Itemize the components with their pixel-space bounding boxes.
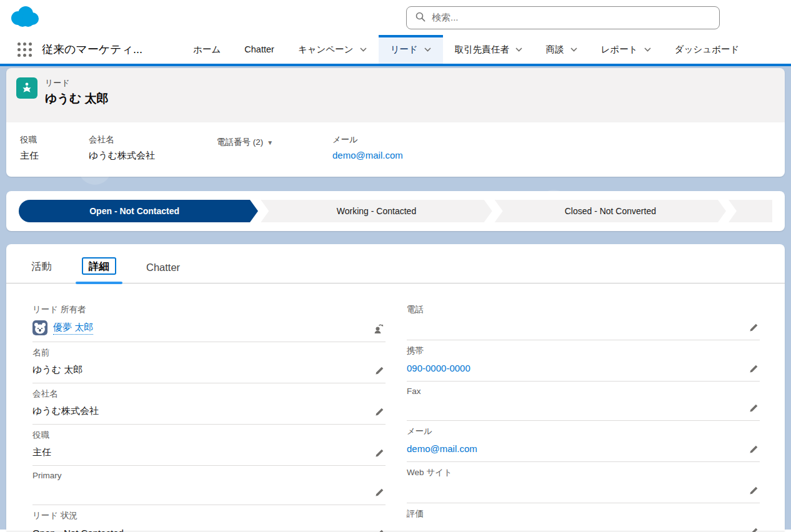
edit-name-button[interactable] — [375, 366, 384, 377]
owner-link[interactable]: 優夢 太郎 — [53, 322, 93, 335]
field-row-phone: 電話 — [407, 299, 760, 340]
tab-label: 活動 — [31, 260, 52, 272]
tab-chatter[interactable]: Chatter — [131, 262, 195, 283]
edit-pencil-icon — [749, 403, 759, 413]
field-label: 名前 — [32, 347, 386, 358]
edit-pencil-icon — [749, 445, 759, 454]
field-label: 評価 — [407, 508, 760, 520]
record-detail-card: 活動 詳細 Chatter リード 所有者 — [6, 244, 785, 531]
field-value: 主任 — [32, 446, 386, 459]
record-title: ゆうむ 太郎 — [45, 91, 109, 107]
global-search-input[interactable]: 検索... — [406, 6, 720, 29]
nav-tab-home[interactable]: ホーム — [181, 35, 232, 64]
edit-title-button[interactable] — [375, 448, 384, 460]
field-row-rating: 評価 — [407, 503, 760, 532]
sales-path: Open - Not Contacted Working - Contacted… — [19, 200, 772, 222]
change-owner-icon — [373, 323, 384, 334]
edit-company-button[interactable] — [375, 407, 384, 418]
edit-mobile-button[interactable] — [749, 364, 759, 375]
edit-rating-button[interactable] — [749, 527, 759, 532]
highlight-field-company: 会社名 ゆうむ株式会社 — [89, 134, 217, 162]
field-row-company: 会社名 ゆうむ株式会社 — [32, 383, 386, 425]
field-label: Web サイト — [407, 467, 760, 478]
nav-tab-leads[interactable]: リード — [379, 35, 443, 64]
field-label: リード 所有者 — [32, 304, 386, 315]
search-icon — [415, 12, 425, 24]
field-value: 主任 — [20, 150, 76, 162]
edit-lead-status-button[interactable] — [375, 529, 384, 532]
tab-activity[interactable]: 活動 — [16, 260, 67, 283]
edit-fax-button[interactable] — [749, 403, 759, 415]
mobile-link[interactable]: 090-0000-0000 — [407, 363, 470, 373]
chevron-down-icon[interactable] — [515, 47, 522, 52]
nav-tab-reports[interactable]: レポート — [589, 35, 663, 64]
field-value — [407, 525, 760, 532]
field-label: 会社名 — [89, 134, 204, 145]
app-name[interactable]: 従来のマーケティ... — [42, 42, 142, 57]
email-link[interactable]: demo@mail.com — [407, 443, 477, 454]
nav-tab-contacts[interactable]: 取引先責任者 — [443, 35, 534, 64]
email-link[interactable]: demo@mail.com — [332, 150, 403, 160]
record-tabs: 活動 詳細 Chatter — [6, 244, 785, 283]
dropdown-arrow-icon[interactable]: ▼ — [267, 139, 273, 146]
chevron-down-icon[interactable] — [644, 47, 651, 52]
detail-field-grid: リード 所有者 優夢 太郎 — [6, 283, 785, 532]
field-value — [407, 401, 760, 414]
edit-email-button[interactable] — [749, 445, 759, 456]
app-nav-bar: 従来のマーケティ... ホーム Chatter キャンペーン リード 取引先責任… — [0, 35, 791, 66]
edit-pencil-icon — [375, 366, 384, 375]
field-row-name: 名前 ゆうむ 太郎 — [32, 342, 386, 383]
sales-path-card: Open - Not Contacted Working - Contacted… — [6, 191, 785, 231]
edit-pencil-icon — [749, 323, 759, 332]
field-row-lead-status: リード 状況 Open - Not Contacted — [32, 505, 386, 532]
edit-pencil-icon — [749, 486, 759, 495]
field-row-mobile: 携帯 090-0000-0000 — [407, 340, 760, 382]
highlight-field-phone-dropdown[interactable]: 電話番号 (2) ▼ — [217, 134, 332, 162]
nav-tab-chatter[interactable]: Chatter — [232, 35, 286, 64]
highlights-panel: 役職 主任 会社名 ゆうむ株式会社 電話番号 (2) ▼ メール demo@ma… — [6, 122, 785, 177]
edit-pencil-icon — [749, 527, 759, 532]
chevron-down-icon[interactable] — [424, 47, 431, 52]
nav-tab-dashboards[interactable]: ダッシュボード — [663, 35, 752, 64]
path-stage-open-not-contacted[interactable]: Open - Not Contacted — [19, 200, 250, 222]
field-label: 携帯 — [407, 345, 760, 357]
nav-tab-label: リード — [391, 44, 418, 56]
search-placeholder: 検索... — [432, 12, 459, 24]
field-row-primary: Primary — [32, 466, 386, 505]
nav-tab-opportunities[interactable]: 商談 — [534, 35, 589, 64]
detail-column-right: 電話 携帯 090-0000-0000 — [407, 299, 760, 532]
edit-primary-button[interactable] — [375, 488, 384, 499]
nav-tab-campaigns[interactable]: キャンペーン — [286, 35, 379, 64]
path-stage-partial[interactable] — [729, 200, 772, 222]
edit-pencil-icon — [375, 448, 384, 458]
record-header: リード ゆうむ 太郎 — [6, 68, 785, 122]
highlight-field-title: 役職 主任 — [20, 134, 89, 162]
field-label: 役職 — [20, 134, 76, 145]
edit-phone-button[interactable] — [749, 323, 759, 334]
nav-tab-label: 商談 — [546, 44, 564, 56]
salesforce-logo-icon — [9, 5, 41, 31]
tab-label: 詳細 — [82, 257, 116, 275]
field-row-title: 役職 主任 — [32, 425, 386, 466]
edit-website-button[interactable] — [749, 486, 759, 497]
field-row-fax: Fax — [407, 382, 760, 421]
app-launcher-icon[interactable] — [17, 42, 32, 57]
path-stage-closed-not-converted[interactable]: Closed - Not Converted — [495, 200, 726, 222]
chevron-down-icon[interactable] — [570, 47, 577, 52]
lead-entity-icon — [16, 77, 37, 99]
chevron-down-icon[interactable] — [360, 47, 367, 52]
field-value — [32, 485, 386, 498]
path-stage-label: Closed - Not Converted — [565, 206, 656, 216]
tab-details[interactable]: 詳細 — [67, 260, 131, 283]
field-value: ゆうむ株式会社 — [89, 150, 204, 162]
field-label: メール — [332, 134, 403, 145]
field-value: ゆうむ 太郎 — [32, 363, 386, 377]
field-label: Fax — [407, 387, 760, 396]
field-row-website: Web サイト — [407, 462, 760, 503]
field-label: メール — [407, 426, 760, 437]
nav-tab-label: Chatter — [244, 44, 274, 54]
change-owner-button[interactable] — [373, 323, 384, 336]
path-stage-label: Open - Not Contacted — [89, 206, 179, 216]
field-label: 電話番号 (2) — [217, 137, 263, 148]
path-stage-working-contacted[interactable]: Working - Contacted — [261, 200, 492, 222]
